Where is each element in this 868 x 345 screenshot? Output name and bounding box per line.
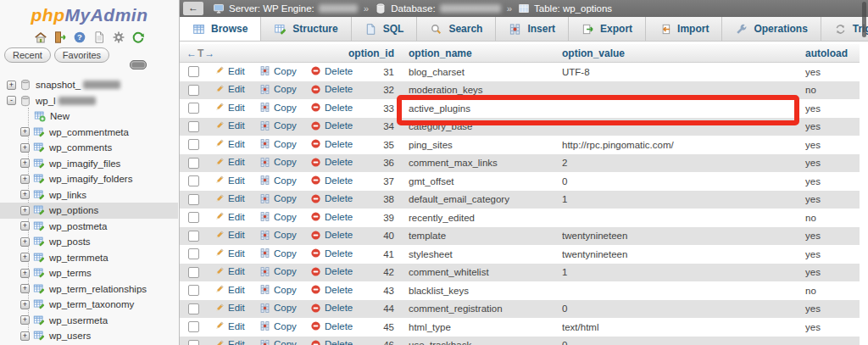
sidebar-item-wp-term-taxonomy[interactable]: + wp_term_taxonomy [0,297,178,313]
row-checkbox[interactable] [188,340,199,345]
refresh-icon[interactable] [131,31,145,44]
copy-link[interactable]: Copy [259,284,297,295]
breadcrumb-server[interactable]: Server: WP Engine: [229,3,314,14]
delete-link[interactable]: Delete [310,120,353,131]
sidebar-item-wp-usermeta[interactable]: + wp_usermeta [0,313,178,329]
edit-link[interactable]: Edit [214,120,245,131]
delete-link[interactable]: Delete [310,193,353,204]
tree-expander[interactable]: + [20,221,30,231]
edit-link[interactable]: Edit [214,175,245,186]
sidebar-item-wp-links[interactable]: + wp_links [0,187,178,203]
sidebar-item-wp-users[interactable]: + wp_users [0,328,178,344]
tree-expander[interactable]: + [7,81,16,90]
delete-link[interactable]: Delete [310,65,353,76]
sidebar-item-snapshot-[interactable]: + snapshot_ [0,77,178,93]
tree-expander[interactable]: + [20,237,30,247]
sidebar-item-wp-imagify-files[interactable]: + wp_imagify_files [0,156,178,172]
edit-link[interactable]: Edit [214,211,245,222]
edit-link[interactable]: Edit [214,84,245,95]
delete-link[interactable]: Delete [310,248,353,259]
edit-link[interactable]: Edit [214,230,245,241]
copy-link[interactable]: Copy [259,211,297,222]
delete-link[interactable]: Delete [310,84,353,95]
row-checkbox[interactable] [188,121,199,132]
edit-link[interactable]: Edit [214,248,245,259]
sidebar-item-wp-comments[interactable]: + wp_comments [0,140,178,156]
tree-expander[interactable]: + [20,300,30,309]
copy-link[interactable]: Copy [259,320,297,331]
copy-link[interactable]: Copy [259,248,297,259]
row-checkbox[interactable] [188,212,199,223]
copy-link[interactable]: Copy [259,138,297,149]
delete-link[interactable]: Delete [310,339,353,345]
delete-link[interactable]: Delete [310,157,353,168]
copy-link[interactable]: Copy [259,84,297,95]
scrollbar-thumb[interactable] [862,2,866,37]
delete-link[interactable]: Delete [310,266,353,277]
sidebar-item-wp-options[interactable]: + wp_options [0,203,178,219]
column-header-option-name[interactable]: option_name [394,47,562,59]
copy-link[interactable]: Copy [259,339,297,345]
edit-link[interactable]: Edit [214,138,245,149]
tree-expander[interactable]: + [20,315,30,325]
row-checkbox[interactable] [188,194,199,205]
column-header-option-value[interactable]: option_value [562,47,801,59]
column-header-option-id[interactable]: option_id [231,47,394,59]
row-checkbox[interactable] [188,103,199,114]
recent-button[interactable]: Recent [4,47,51,63]
delete-link[interactable]: Delete [310,175,353,186]
tab-insert[interactable]: Insert [496,17,569,41]
row-checkbox[interactable] [188,175,199,186]
sidebar-item-wp-imagify-folders[interactable]: + wp_imagify_folders [0,171,178,187]
row-checkbox[interactable] [188,267,199,278]
tree-expander[interactable]: - [7,96,16,105]
row-checkbox[interactable] [188,303,199,314]
help-icon[interactable] [73,31,86,44]
edit-link[interactable]: Edit [214,303,245,314]
copy-link[interactable]: Copy [259,193,297,204]
row-checkbox[interactable] [188,158,199,169]
tree-expander[interactable]: + [20,206,30,215]
edit-link[interactable]: Edit [214,320,245,331]
edit-link[interactable]: Edit [214,266,245,277]
delete-link[interactable]: Delete [310,211,353,222]
copy-link[interactable]: Copy [259,303,297,314]
edit-link[interactable]: Edit [214,284,245,295]
delete-link[interactable]: Delete [310,303,353,314]
breadcrumb-database[interactable]: Database: [391,3,435,14]
sidebar-item-wp-commentmeta[interactable]: + wp_commentmeta [0,125,178,141]
sidebar-item-wp-l[interactable]: - wp_l [0,93,178,109]
edit-link[interactable]: Edit [214,102,245,113]
tree-expander[interactable]: + [20,253,30,262]
tab-browse[interactable]: Browse [180,17,261,41]
delete-link[interactable]: Delete [310,320,353,331]
row-checkbox[interactable] [188,285,199,296]
settings-icon[interactable] [112,31,125,44]
edit-link[interactable]: Edit [214,65,245,76]
tab-import[interactable]: Import [646,17,722,41]
row-checkbox[interactable] [188,248,199,259]
home-icon[interactable] [34,31,47,44]
sidebar-item-wp-posts[interactable]: + wp_posts [0,234,178,250]
tree-expander[interactable]: + [20,331,30,341]
tree-expander[interactable]: + [20,190,30,199]
row-checkbox[interactable] [188,66,199,77]
copy-link[interactable]: Copy [259,230,297,241]
tree-expander[interactable]: + [20,269,30,278]
tab-search[interactable]: Search [417,17,496,41]
delete-link[interactable]: Delete [310,138,353,149]
copy-link[interactable]: Copy [259,157,297,168]
delete-link[interactable]: Delete [310,230,353,241]
sidebar-item-wp-termmeta[interactable]: + wp_termmeta [0,250,178,266]
tree-expander[interactable]: + [20,284,30,293]
sidebar-item-wp-term-relationships[interactable]: + wp_term_relationships [0,281,178,298]
favorites-button[interactable]: Favorites [54,47,109,63]
phpmyadmin-logo[interactable]: phpMyAdmin [0,5,179,25]
column-header-autoload[interactable]: autoload [801,47,860,59]
row-checkbox[interactable] [188,231,199,242]
row-checkbox[interactable] [188,139,199,150]
copy-link[interactable]: Copy [259,120,297,131]
tab-triggers[interactable]: Triggers [821,17,868,41]
back-button[interactable]: ← [183,2,203,15]
tree-expander[interactable]: + [20,175,30,184]
